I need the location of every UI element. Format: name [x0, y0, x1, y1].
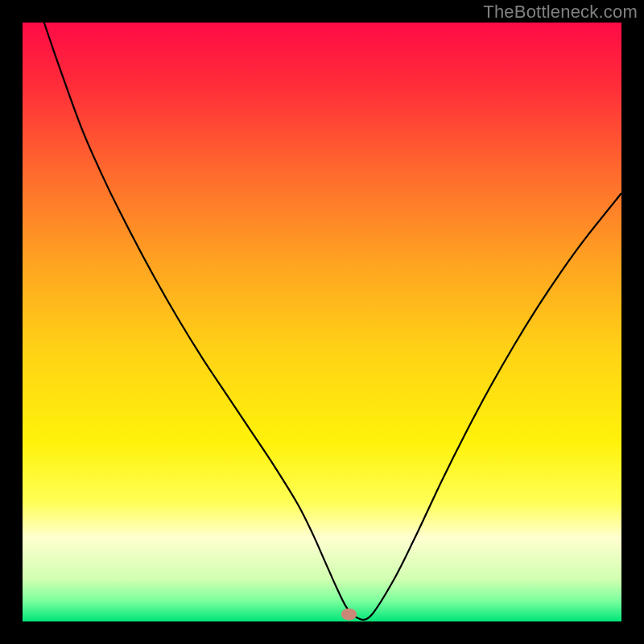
bottleneck-chart [0, 0, 644, 644]
chart-frame: TheBottleneck.com [0, 0, 644, 644]
optimal-point-marker [341, 609, 357, 621]
plot-background [23, 23, 621, 621]
watermark-text: TheBottleneck.com [483, 2, 638, 23]
